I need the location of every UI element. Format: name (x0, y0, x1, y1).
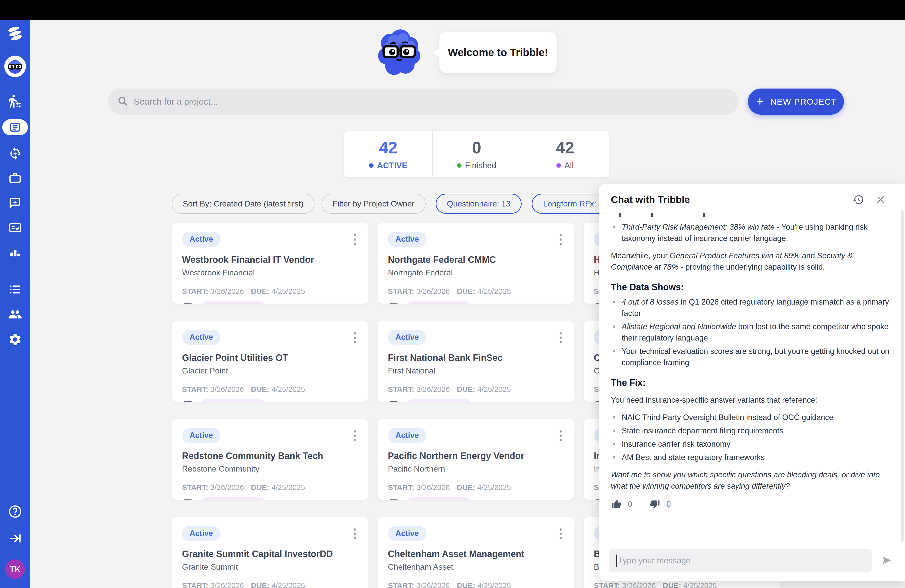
handoff-nav-icon[interactable] (0, 94, 30, 108)
stat-finished[interactable]: 0 Finished (432, 131, 521, 177)
bullet-dot (613, 443, 615, 445)
chat-input-box[interactable] (609, 549, 872, 572)
workspace-nav-icon[interactable] (0, 172, 30, 185)
project-card[interactable]: Active Pacific Northern Energy Vendor Pa… (378, 419, 574, 500)
project-card[interactable]: Active First National Bank FinSec First … (378, 321, 574, 402)
project-subtitle: First National (388, 366, 564, 375)
thumbs-up-count: 0 (628, 500, 632, 509)
review-status-badge: In Review • 0% (406, 399, 472, 402)
card-menu-kebab-icon[interactable] (352, 428, 358, 443)
project-dates: START: 3/26/2026DUE: 4/25/2025 (388, 287, 564, 296)
chat-heading: The Data Shows: (611, 282, 891, 293)
card-menu-kebab-icon[interactable] (557, 526, 564, 542)
stat-active[interactable]: 42 ACTIVE (344, 131, 432, 177)
card-menu-kebab-icon[interactable] (557, 330, 564, 346)
collapse-sidebar-icon[interactable] (0, 532, 30, 545)
thumbs-up-icon[interactable] (611, 499, 621, 509)
plus-icon (755, 97, 765, 107)
project-dates: START: 3/26/2026DUE: 4/25/2025 (594, 581, 770, 588)
active-count: 42 (379, 138, 397, 157)
project-card[interactable]: Active Westbrook Financial IT Vendor Wes… (172, 223, 368, 304)
all-dot (556, 163, 561, 168)
card-menu-kebab-icon[interactable] (557, 428, 564, 443)
chat-paragraph: Meanwhile, your General Product Features… (611, 250, 891, 273)
project-stats-card: 42 ACTIVE 0 Finished 42 All (344, 131, 610, 178)
search-input[interactable] (134, 97, 712, 106)
chat-close-icon[interactable] (875, 194, 886, 205)
thumbs-down-count: 0 (667, 500, 671, 509)
stat-all[interactable]: 42 All (521, 131, 609, 177)
card-menu-kebab-icon[interactable] (557, 232, 564, 248)
project-subtitle: Cheltenham Asset (388, 563, 564, 572)
search-icon (117, 95, 128, 108)
project-dates: START: 3/26/2026DUE: 4/25/2025 (388, 483, 564, 492)
ai-chat-nav-icon[interactable] (0, 196, 30, 210)
all-label: All (564, 161, 574, 170)
chat-bullet-item: Insurance carrier risk taxonomy (611, 439, 891, 450)
send-message-icon[interactable] (879, 552, 895, 569)
project-card[interactable]: Active Granite Summit Capital InvestorDD… (172, 517, 368, 588)
chat-paragraph: Want me to show you which specific quest… (611, 469, 891, 492)
chat-bullet-item: Your technical evaluation scores are str… (611, 346, 891, 368)
project-search-bar[interactable] (108, 89, 738, 115)
chat-title: Chat with Tribble (611, 194, 852, 205)
automations-nav-icon[interactable] (0, 146, 30, 161)
chat-message-input[interactable] (618, 556, 864, 565)
project-subtitle: Westbrook Financial (182, 268, 358, 277)
project-card[interactable]: Active Glacier Point Utilities OT Glacie… (172, 321, 368, 402)
questionnaire-chip[interactable]: Questionnaire: 13 (436, 194, 522, 214)
project-title: Pacific Northern Energy Vendor (388, 451, 564, 461)
active-label: ACTIVE (377, 161, 408, 170)
table-grid-icon (388, 302, 400, 304)
help-icon[interactable] (0, 504, 30, 518)
new-project-button[interactable]: NEW PROJECT (748, 89, 844, 115)
project-card[interactable]: Active Northgate Federal CMMC Northgate … (378, 223, 574, 304)
status-badge: Active (182, 232, 221, 247)
bullet-dot (613, 326, 615, 328)
project-title: Glacier Point Utilities OT (182, 353, 358, 363)
table-grid-icon (388, 498, 400, 500)
review-status-badge: In Review • 0% (406, 497, 472, 500)
settings-gear-icon[interactable] (0, 332, 30, 346)
chat-bullet-item: Third-Party Risk Management: 38% win rat… (611, 221, 891, 244)
team-nav-icon[interactable] (0, 307, 30, 321)
status-badge: Active (388, 526, 426, 541)
sidebar-item-projects-selected[interactable] (0, 119, 30, 135)
project-card[interactable]: Active Cheltenham Asset Management Chelt… (378, 517, 574, 588)
thumbs-down-icon[interactable] (650, 499, 660, 509)
status-badge: Active (388, 428, 426, 443)
filter-owner-chip[interactable]: Filter by Project Owner (322, 194, 426, 214)
chat-bullet-item: AM Best and state regulatory frameworks (611, 452, 891, 463)
finished-count: 0 (472, 138, 481, 157)
sort-by-chip[interactable]: Sort By: Created Date (latest first) (172, 194, 314, 214)
analytics-nav-icon[interactable] (0, 245, 30, 259)
card-menu-kebab-icon[interactable] (352, 232, 358, 248)
chat-input-row (599, 542, 905, 581)
project-title: Granite Summit Capital InvestorDD (182, 549, 358, 559)
project-subtitle: Northgate Federal (388, 268, 564, 277)
review-status-badge: In Review • 0% (406, 301, 472, 304)
review-checklist-nav-icon[interactable] (0, 221, 30, 234)
status-badge: Active (182, 330, 221, 345)
chat-heading: The Fix: (611, 377, 891, 388)
card-menu-kebab-icon[interactable] (352, 330, 358, 346)
tribble-assistant-avatar[interactable] (0, 55, 30, 78)
project-subtitle: Granite Summit (182, 563, 358, 572)
project-card[interactable]: Active Redstone Community Bank Tech Reds… (172, 419, 368, 500)
chat-history-icon[interactable] (852, 194, 864, 206)
project-dates: START: 3/26/2026DUE: 4/25/2025 (182, 287, 358, 296)
chat-scrollbar[interactable] (901, 210, 904, 542)
chat-message-area[interactable]: Third-Party Risk Management: 38% win rat… (599, 210, 905, 542)
project-title: Northgate Federal CMMC (388, 254, 564, 265)
card-menu-kebab-icon[interactable] (352, 526, 358, 542)
active-dot (369, 163, 373, 168)
chat-bullet-item: State insurance department filing requir… (611, 425, 891, 436)
user-avatar[interactable]: TK (5, 559, 25, 579)
project-title: Redstone Community Bank Tech (182, 451, 358, 461)
chat-bullet-item: 4 out of 8 losses in Q1 2026 cited regul… (611, 296, 891, 319)
project-dates: START: 3/26/2026DUE: 4/25/2025 (182, 581, 358, 588)
top-black-bar (0, 0, 905, 20)
logs-list-nav-icon[interactable] (0, 283, 30, 296)
sidebar: TK (0, 20, 30, 588)
project-subtitle: Glacier Point (182, 366, 358, 375)
